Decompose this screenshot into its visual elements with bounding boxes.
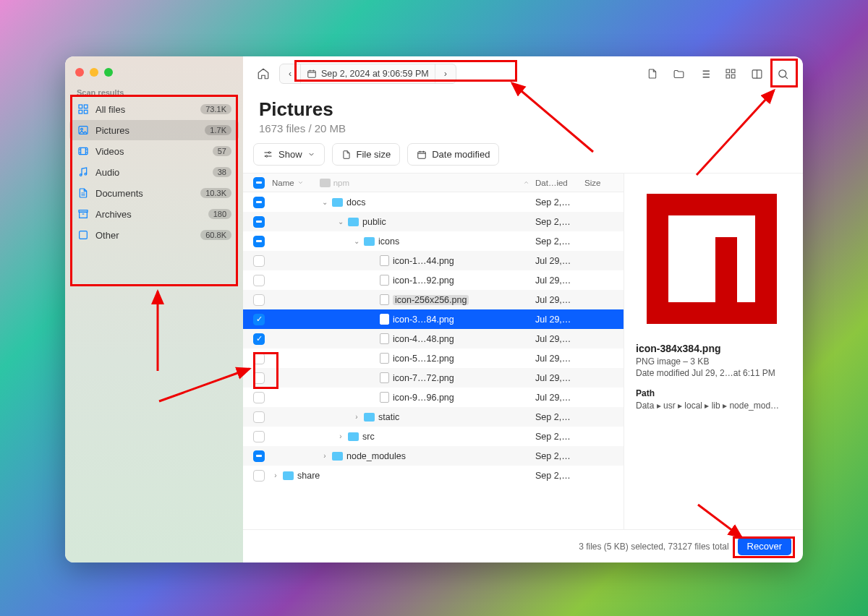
row-checkbox[interactable]: [253, 197, 265, 208]
list-row[interactable]: icon-7…72.pngJul 29,…: [243, 368, 624, 388]
row-checkbox[interactable]: [253, 353, 265, 364]
list-row[interactable]: ›srcSep 2,…: [243, 427, 624, 446]
sidebar-item-badge: 180: [208, 209, 231, 219]
row-date: Sep 2,…: [535, 432, 584, 442]
list-row[interactable]: ›node_modulesSep 2,…: [243, 446, 624, 466]
list-row[interactable]: ›staticSep 2,…: [243, 407, 624, 427]
row-filename: static: [378, 412, 399, 422]
sidebar-item-badge: 10.3K: [200, 188, 231, 198]
row-checkbox[interactable]: [253, 255, 265, 267]
svg-point-20: [265, 155, 268, 158]
window-controls: [65, 56, 243, 84]
image-file-icon: [380, 392, 389, 403]
list-row[interactable]: icon-256x256.pngJul 29,…: [243, 290, 624, 309]
row-checkbox[interactable]: [253, 294, 265, 306]
sidebar-item-badge: 1.7K: [205, 125, 231, 135]
row-date: Jul 29,…: [535, 256, 584, 266]
image-icon: [77, 124, 90, 137]
sidebar-item-pictures[interactable]: Pictures1.7K: [69, 120, 239, 140]
grid-icon: [77, 103, 90, 116]
list-row[interactable]: icon-1…92.pngJul 29,…: [243, 270, 624, 290]
image-file-icon: [380, 353, 389, 364]
row-filename: icon-7…72.png: [393, 373, 454, 383]
preview-modified: Date modified Jul 29, 2…at 6:11 PM: [636, 368, 791, 378]
home-icon[interactable]: [253, 64, 273, 83]
image-file-icon: [380, 333, 389, 344]
row-checkbox[interactable]: [253, 216, 265, 228]
folder-icon: [283, 471, 294, 480]
row-date: Sep 2,…: [535, 197, 584, 208]
list-row[interactable]: ›shareSep 2,…: [243, 466, 624, 485]
chevron-down-icon: [297, 179, 304, 186]
sidebar-item-documents[interactable]: Documents10.3K: [69, 183, 239, 203]
row-date: Sep 2,…: [535, 471, 584, 481]
search-icon[interactable]: [773, 64, 793, 83]
sidebar-toggle-icon[interactable]: [746, 64, 767, 83]
close-window-button[interactable]: [75, 68, 84, 77]
preview-filename: icon-384x384.png: [636, 343, 791, 354]
minimize-window-button[interactable]: [90, 68, 98, 77]
sidebar-item-label: Pictures: [95, 125, 129, 136]
nav-forward-button[interactable]: ›: [435, 64, 456, 83]
row-filename: icon-9…96.png: [393, 393, 454, 403]
image-file-icon: [380, 314, 389, 325]
list-row[interactable]: icon-9…96.pngJul 29,…: [243, 388, 624, 407]
sidebar-item-badge: 60.8K: [200, 230, 231, 240]
content-split: Name npm Dat…ied Size ⌄docsSep 2,…⌄publi…: [243, 173, 803, 529]
sidebar-item-audio[interactable]: Audio38: [69, 162, 239, 182]
chevron-right-icon[interactable]: ›: [272, 471, 279, 479]
list-row[interactable]: icon-1…44.pngJul 29,…: [243, 251, 624, 270]
sidebar-item-videos[interactable]: Videos57: [69, 141, 239, 161]
list-row[interactable]: ⌄iconsSep 2,…: [243, 231, 624, 251]
chevron-down-icon[interactable]: ⌄: [321, 198, 328, 206]
sidebar-item-archives[interactable]: Archives180: [69, 204, 239, 224]
chevron-right-icon[interactable]: ›: [321, 452, 328, 460]
chevron-right-icon[interactable]: ›: [353, 413, 360, 421]
list-row[interactable]: ⌄publicSep 2,…: [243, 212, 624, 231]
chevron-down-icon[interactable]: ⌄: [337, 218, 344, 226]
sidebar-item-all-files[interactable]: All files73.1K: [69, 99, 239, 119]
row-checkbox[interactable]: ✓: [253, 333, 265, 345]
row-checkbox[interactable]: [253, 411, 265, 423]
folder-icon[interactable]: [668, 64, 689, 83]
row-checkbox[interactable]: [253, 450, 265, 462]
row-date: Jul 29,…: [535, 373, 584, 383]
row-date: Sep 2,…: [535, 236, 584, 247]
col-name[interactable]: Name npm: [272, 179, 535, 187]
image-file-icon: [380, 275, 389, 286]
timestamp-display[interactable]: Sep 2, 2024 at 9:06:59 PM: [301, 69, 435, 79]
list-row[interactable]: icon-5…12.pngJul 29,…: [243, 348, 624, 368]
svg-rect-1: [84, 105, 88, 108]
preview-path: Data ▸ usr ▸ local ▸ lib ▸ node_mod…: [636, 401, 791, 411]
filesize-filter-button[interactable]: File size: [332, 143, 401, 166]
row-checkbox[interactable]: [253, 236, 265, 247]
svg-rect-6: [79, 147, 88, 154]
sidebar-item-other[interactable]: Other60.8K: [69, 225, 239, 245]
chevron-down-icon[interactable]: ⌄: [353, 237, 360, 245]
sidebar-heading: Scan results: [65, 84, 243, 98]
svg-line-25: [697, 90, 774, 175]
col-date[interactable]: Dat…ied: [535, 179, 584, 187]
chevron-right-icon[interactable]: ›: [337, 432, 344, 440]
row-checkbox[interactable]: [253, 431, 265, 442]
nav-back-button[interactable]: ‹: [280, 64, 300, 83]
row-checkbox[interactable]: [253, 275, 265, 286]
list-row[interactable]: ✓icon-4…48.pngJul 29,…: [243, 329, 624, 348]
list-row[interactable]: ✓icon-3…84.pngJul 29,…: [243, 309, 624, 329]
col-size[interactable]: Size: [584, 179, 613, 187]
svg-point-7: [80, 174, 82, 176]
show-filter-button[interactable]: Show: [253, 143, 325, 166]
preview-kind: PNG image – 3 KB: [636, 356, 791, 367]
list-view-icon[interactable]: [694, 64, 715, 83]
fullscreen-window-button[interactable]: [104, 68, 113, 77]
grid-view-icon[interactable]: [720, 64, 741, 83]
date-filter-button[interactable]: Date modified: [407, 143, 499, 166]
select-all-checkbox[interactable]: [253, 177, 265, 189]
folder-icon: [320, 179, 331, 187]
row-checkbox[interactable]: ✓: [253, 314, 265, 325]
row-checkbox[interactable]: [253, 470, 265, 482]
list-row[interactable]: ⌄docsSep 2,…: [243, 192, 624, 212]
row-filename: icon-4…48.png: [393, 334, 454, 344]
file-icon[interactable]: [642, 64, 663, 83]
chevron-up-icon: [523, 179, 529, 186]
